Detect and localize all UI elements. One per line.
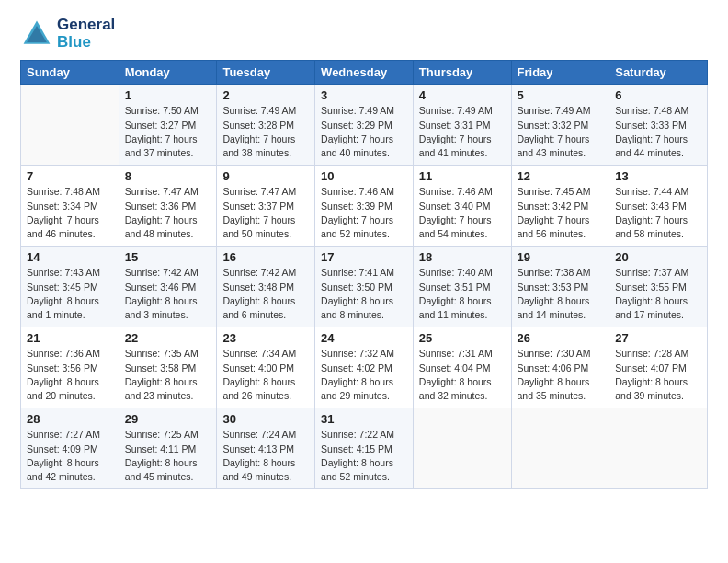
day-info: Sunrise: 7:28 AM Sunset: 4:07 PM Dayligh… <box>615 347 701 403</box>
day-number: 30 <box>222 412 309 426</box>
calendar-cell: 8Sunrise: 7:47 AM Sunset: 3:36 PM Daylig… <box>119 166 217 247</box>
calendar-cell: 26Sunrise: 7:30 AM Sunset: 4:06 PM Dayli… <box>511 327 609 408</box>
calendar-cell: 27Sunrise: 7:28 AM Sunset: 4:07 PM Dayli… <box>609 327 708 408</box>
day-info: Sunrise: 7:31 AM Sunset: 4:04 PM Dayligh… <box>419 347 506 403</box>
day-info: Sunrise: 7:42 AM Sunset: 3:48 PM Dayligh… <box>222 266 309 322</box>
day-info: Sunrise: 7:49 AM Sunset: 3:28 PM Dayligh… <box>222 104 309 160</box>
calendar-week-row: 7Sunrise: 7:48 AM Sunset: 3:34 PM Daylig… <box>21 166 708 247</box>
weekday-header-wednesday: Wednesday <box>315 61 414 85</box>
day-number: 10 <box>321 169 407 183</box>
day-number: 23 <box>222 331 309 345</box>
day-number: 8 <box>125 169 211 183</box>
weekday-header-row: SundayMondayTuesdayWednesdayThursdayFrid… <box>21 61 708 85</box>
calendar-cell: 29Sunrise: 7:25 AM Sunset: 4:11 PM Dayli… <box>119 408 217 489</box>
day-number: 13 <box>615 169 701 183</box>
calendar-cell <box>511 408 609 489</box>
calendar-cell: 6Sunrise: 7:48 AM Sunset: 3:33 PM Daylig… <box>609 85 708 166</box>
weekday-header-sunday: Sunday <box>21 61 119 85</box>
calendar-cell: 16Sunrise: 7:42 AM Sunset: 3:48 PM Dayli… <box>217 247 315 327</box>
calendar-cell: 18Sunrise: 7:40 AM Sunset: 3:51 PM Dayli… <box>413 247 511 327</box>
day-number: 11 <box>419 169 506 183</box>
calendar-cell: 3Sunrise: 7:49 AM Sunset: 3:29 PM Daylig… <box>315 85 414 166</box>
weekday-header-tuesday: Tuesday <box>217 61 315 85</box>
logo-icon <box>20 17 53 51</box>
calendar-cell: 24Sunrise: 7:32 AM Sunset: 4:02 PM Dayli… <box>315 327 414 408</box>
day-info: Sunrise: 7:35 AM Sunset: 3:58 PM Dayligh… <box>125 347 211 403</box>
calendar-week-row: 21Sunrise: 7:36 AM Sunset: 3:56 PM Dayli… <box>21 327 708 408</box>
day-number: 4 <box>419 88 506 102</box>
day-number: 5 <box>518 88 604 102</box>
calendar-cell: 11Sunrise: 7:46 AM Sunset: 3:40 PM Dayli… <box>413 166 511 247</box>
day-number: 17 <box>321 250 407 264</box>
day-info: Sunrise: 7:46 AM Sunset: 3:40 PM Dayligh… <box>419 185 506 241</box>
day-info: Sunrise: 7:37 AM Sunset: 3:55 PM Dayligh… <box>615 266 701 322</box>
day-info: Sunrise: 7:34 AM Sunset: 4:00 PM Dayligh… <box>222 347 309 403</box>
calendar-cell: 23Sunrise: 7:34 AM Sunset: 4:00 PM Dayli… <box>217 327 315 408</box>
weekday-header-friday: Friday <box>511 61 609 85</box>
calendar-cell: 17Sunrise: 7:41 AM Sunset: 3:50 PM Dayli… <box>315 247 414 327</box>
calendar-cell: 19Sunrise: 7:38 AM Sunset: 3:53 PM Dayli… <box>511 247 609 327</box>
day-number: 15 <box>125 250 211 264</box>
day-number: 7 <box>27 169 113 183</box>
day-info: Sunrise: 7:48 AM Sunset: 3:33 PM Dayligh… <box>615 104 701 160</box>
day-info: Sunrise: 7:24 AM Sunset: 4:13 PM Dayligh… <box>222 428 309 484</box>
weekday-header-saturday: Saturday <box>609 61 708 85</box>
day-info: Sunrise: 7:43 AM Sunset: 3:45 PM Dayligh… <box>27 266 113 322</box>
day-info: Sunrise: 7:42 AM Sunset: 3:46 PM Dayligh… <box>125 266 211 322</box>
calendar-cell: 31Sunrise: 7:22 AM Sunset: 4:15 PM Dayli… <box>315 408 414 489</box>
calendar-cell: 25Sunrise: 7:31 AM Sunset: 4:04 PM Dayli… <box>413 327 511 408</box>
day-number: 12 <box>518 169 604 183</box>
calendar-cell: 12Sunrise: 7:45 AM Sunset: 3:42 PM Dayli… <box>511 166 609 247</box>
calendar-cell: 1Sunrise: 7:50 AM Sunset: 3:27 PM Daylig… <box>119 85 217 166</box>
day-number: 27 <box>615 331 701 345</box>
day-number: 14 <box>27 250 113 264</box>
day-number: 16 <box>222 250 309 264</box>
day-info: Sunrise: 7:25 AM Sunset: 4:11 PM Dayligh… <box>125 428 211 484</box>
calendar-cell <box>21 85 119 166</box>
calendar-table: SundayMondayTuesdayWednesdayThursdayFrid… <box>20 60 708 489</box>
day-info: Sunrise: 7:47 AM Sunset: 3:36 PM Dayligh… <box>125 185 211 241</box>
day-info: Sunrise: 7:45 AM Sunset: 3:42 PM Dayligh… <box>518 185 604 241</box>
calendar-cell: 10Sunrise: 7:46 AM Sunset: 3:39 PM Dayli… <box>315 166 414 247</box>
day-info: Sunrise: 7:49 AM Sunset: 3:29 PM Dayligh… <box>321 104 407 160</box>
calendar-cell <box>413 408 511 489</box>
page: General Blue SundayMondayTuesdayWednesda… <box>0 0 728 563</box>
day-info: Sunrise: 7:38 AM Sunset: 3:53 PM Dayligh… <box>518 266 604 322</box>
day-info: Sunrise: 7:49 AM Sunset: 3:31 PM Dayligh… <box>419 104 506 160</box>
day-number: 3 <box>321 88 407 102</box>
calendar-cell: 21Sunrise: 7:36 AM Sunset: 3:56 PM Dayli… <box>21 327 119 408</box>
day-info: Sunrise: 7:41 AM Sunset: 3:50 PM Dayligh… <box>321 266 407 322</box>
day-info: Sunrise: 7:32 AM Sunset: 4:02 PM Dayligh… <box>321 347 407 403</box>
calendar-cell: 7Sunrise: 7:48 AM Sunset: 3:34 PM Daylig… <box>21 166 119 247</box>
day-number: 26 <box>518 331 604 345</box>
day-number: 1 <box>125 88 211 102</box>
calendar-cell: 14Sunrise: 7:43 AM Sunset: 3:45 PM Dayli… <box>21 247 119 327</box>
day-number: 21 <box>27 331 113 345</box>
day-number: 6 <box>615 88 701 102</box>
calendar-cell: 13Sunrise: 7:44 AM Sunset: 3:43 PM Dayli… <box>609 166 708 247</box>
calendar-cell <box>609 408 708 489</box>
day-info: Sunrise: 7:47 AM Sunset: 3:37 PM Dayligh… <box>222 185 309 241</box>
day-info: Sunrise: 7:30 AM Sunset: 4:06 PM Dayligh… <box>518 347 604 403</box>
day-number: 25 <box>419 331 506 345</box>
calendar-cell: 5Sunrise: 7:49 AM Sunset: 3:32 PM Daylig… <box>511 85 609 166</box>
day-info: Sunrise: 7:27 AM Sunset: 4:09 PM Dayligh… <box>27 428 113 484</box>
day-info: Sunrise: 7:50 AM Sunset: 3:27 PM Dayligh… <box>125 104 211 160</box>
day-number: 28 <box>27 412 113 426</box>
day-info: Sunrise: 7:22 AM Sunset: 4:15 PM Dayligh… <box>321 428 407 484</box>
calendar-week-row: 1Sunrise: 7:50 AM Sunset: 3:27 PM Daylig… <box>21 85 708 166</box>
logo-text: General Blue <box>57 17 115 51</box>
calendar-cell: 15Sunrise: 7:42 AM Sunset: 3:46 PM Dayli… <box>119 247 217 327</box>
calendar-cell: 4Sunrise: 7:49 AM Sunset: 3:31 PM Daylig… <box>413 85 511 166</box>
day-info: Sunrise: 7:48 AM Sunset: 3:34 PM Dayligh… <box>27 185 113 241</box>
day-info: Sunrise: 7:36 AM Sunset: 3:56 PM Dayligh… <box>27 347 113 403</box>
day-number: 22 <box>125 331 211 345</box>
day-info: Sunrise: 7:49 AM Sunset: 3:32 PM Dayligh… <box>518 104 604 160</box>
calendar-week-row: 14Sunrise: 7:43 AM Sunset: 3:45 PM Dayli… <box>21 247 708 327</box>
weekday-header-monday: Monday <box>119 61 217 85</box>
day-number: 19 <box>518 250 604 264</box>
calendar-week-row: 28Sunrise: 7:27 AM Sunset: 4:09 PM Dayli… <box>21 408 708 489</box>
day-info: Sunrise: 7:46 AM Sunset: 3:39 PM Dayligh… <box>321 185 407 241</box>
calendar-cell: 20Sunrise: 7:37 AM Sunset: 3:55 PM Dayli… <box>609 247 708 327</box>
calendar-cell: 22Sunrise: 7:35 AM Sunset: 3:58 PM Dayli… <box>119 327 217 408</box>
